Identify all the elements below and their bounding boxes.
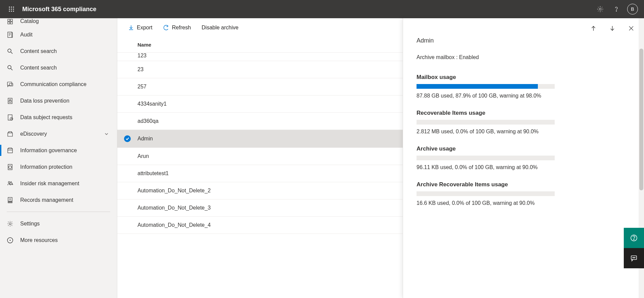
insider-icon [7, 180, 20, 187]
avatar-initial: B [631, 6, 634, 12]
sidebar-item-label: eDiscovery [20, 131, 47, 137]
svg-point-68 [634, 239, 634, 240]
records-icon [7, 197, 20, 204]
account-button[interactable]: B [624, 1, 641, 17]
row-select[interactable] [117, 113, 137, 130]
app-launcher-button[interactable] [3, 1, 20, 17]
svg-rect-12 [10, 19, 12, 21]
row-select[interactable] [117, 61, 137, 78]
sidebar-item-content-search[interactable]: Content search [0, 43, 117, 59]
svg-point-2 [13, 6, 14, 7]
export-button[interactable]: Export [124, 21, 156, 34]
usage-heading: Archive usage [417, 145, 631, 152]
svg-rect-21 [9, 101, 11, 102]
row-select[interactable] [117, 165, 137, 182]
download-icon [128, 25, 134, 31]
svg-point-3 [9, 8, 10, 9]
usage-heading: Archive Recoverable Items usage [417, 181, 631, 188]
sidebar-item-label: Settings [20, 221, 40, 227]
sidebar-item-communication-compliance[interactable]: Communication compliance [0, 76, 117, 92]
usage-text: 96.11 KB used, 0.0% of 100 GB, warning a… [417, 164, 631, 170]
sidebar-item-label: More resources [20, 237, 58, 243]
sidebar-item-data-loss-prevention[interactable]: Data loss prevention [0, 92, 117, 109]
usage-text: 2.812 MB used, 0.0% of 100 GB, warning a… [417, 129, 631, 135]
sidebar-item-ediscovery[interactable]: eDiscovery [0, 126, 117, 142]
refresh-icon [163, 25, 169, 31]
usage-bar-fill [417, 84, 538, 89]
sidebar-item-information-protection[interactable]: Information protection [0, 159, 117, 175]
svg-point-17 [8, 65, 11, 69]
row-select[interactable] [117, 182, 137, 199]
svg-point-1 [11, 6, 12, 7]
sidebar-item-records-management[interactable]: Records management [0, 192, 117, 208]
svg-rect-19 [9, 83, 13, 86]
panel-archive-status: Archive mailbox : Enabled [417, 54, 631, 60]
sidebar-item-label: Content search [20, 48, 57, 54]
panel-close-button[interactable] [625, 22, 637, 34]
check-icon [124, 135, 131, 142]
disable-archive-button[interactable]: Disable archive [197, 21, 242, 34]
svg-point-72 [635, 258, 635, 258]
usage-bar [417, 156, 555, 160]
feedback-tab-button[interactable] [624, 248, 644, 268]
settings-button[interactable] [592, 1, 608, 17]
svg-rect-15 [8, 32, 12, 37]
sidebar-item-more-resources[interactable]: More resources [0, 232, 117, 248]
sidebar-item-audit[interactable]: Audit [0, 26, 117, 43]
sidebar-item-label: Audit [20, 32, 32, 38]
svg-rect-14 [10, 22, 12, 24]
usage-heading: Recoverable Items usage [417, 110, 631, 116]
svg-point-71 [634, 258, 634, 258]
usage-text: 87.88 GB used, 87.9% of 100 GB, warning … [417, 93, 631, 99]
svg-point-0 [9, 6, 10, 7]
dsr-icon [7, 114, 20, 121]
scrollbar-thumb[interactable] [639, 49, 643, 190]
settings-icon [7, 220, 20, 227]
sidebar-item-information-governance[interactable]: Information governance [0, 142, 117, 159]
sidebar-item-settings[interactable]: Settings [0, 215, 117, 232]
disable-archive-label: Disable archive [202, 25, 238, 31]
row-select[interactable] [117, 199, 137, 217]
svg-rect-29 [9, 201, 10, 202]
sidebar-item-data-subject-requests[interactable]: Data subject requests [0, 109, 117, 126]
catalog-icon [7, 18, 20, 25]
usage-text: 16.6 KB used, 0.0% of 100 GB, warning at… [417, 200, 631, 206]
panel-next-button[interactable] [606, 22, 618, 34]
sidebar-item-label: Records management [20, 197, 73, 203]
svg-point-70 [633, 258, 633, 258]
sidebar-item-label: Data loss prevention [20, 98, 69, 104]
comm-icon [7, 81, 20, 88]
svg-point-4 [11, 8, 12, 9]
sidebar-item-catalog[interactable]: Catalog [0, 18, 117, 26]
row-select[interactable] [117, 96, 137, 113]
row-select[interactable] [117, 130, 137, 148]
refresh-button[interactable]: Refresh [159, 21, 195, 34]
usage-bar [417, 191, 555, 196]
svg-point-9 [599, 8, 601, 10]
svg-point-26 [8, 181, 10, 183]
svg-point-7 [11, 10, 12, 11]
sidebar: CatalogAuditContent searchContent search… [0, 18, 117, 298]
svg-point-5 [13, 8, 14, 9]
svg-point-27 [12, 184, 12, 184]
help-tab-button[interactable] [624, 228, 644, 248]
row-select[interactable] [117, 148, 137, 165]
svg-rect-24 [8, 149, 12, 153]
svg-point-31 [9, 223, 11, 225]
svg-point-16 [8, 49, 11, 52]
usage-bar [417, 120, 555, 125]
usage-heading: Mailbox usage [417, 74, 631, 81]
refresh-label: Refresh [172, 25, 191, 31]
search-icon [7, 48, 20, 55]
svg-point-33 [10, 240, 10, 241]
panel-title: Admin [417, 37, 631, 44]
panel-prev-button[interactable] [587, 22, 600, 34]
svg-point-10 [616, 11, 617, 11]
row-select[interactable] [117, 217, 137, 234]
help-button[interactable] [608, 1, 624, 17]
sidebar-item-label: Communication compliance [20, 81, 87, 87]
sidebar-item-content-search[interactable]: Content search [0, 59, 117, 76]
row-select[interactable] [117, 78, 137, 96]
dlp-icon [7, 98, 20, 104]
sidebar-item-insider-risk-management[interactable]: Insider risk management [0, 175, 117, 192]
